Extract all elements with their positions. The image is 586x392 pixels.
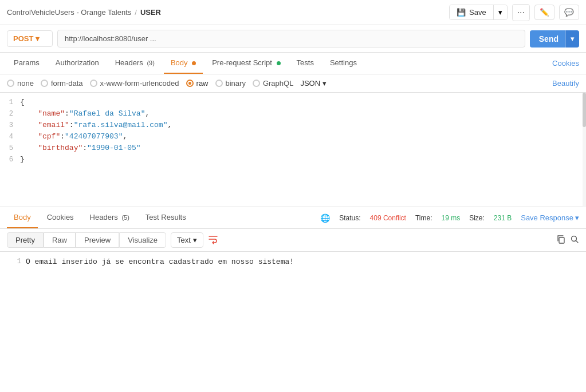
body-type-none[interactable]: none [7,79,34,88]
pencil-icon: ✏️ [540,8,549,17]
json-format-select[interactable]: JSON ▾ [300,79,327,88]
response-tabs-bar: Body Cookies Headers (5) Test Results 🌐 … [0,207,586,229]
body-type-binary[interactable]: binary [215,79,246,88]
line-content-1: { [20,98,586,106]
tab-body[interactable]: Body [164,53,203,74]
body-type-bar: none form-data x-www-form-urlencoded raw… [0,74,586,93]
graphql-radio[interactable] [253,80,260,87]
pre-request-dot [277,61,281,65]
json-chevron-icon: ▾ [323,79,327,88]
response-tab-cookies[interactable]: Cookies [40,207,81,228]
tab-settings[interactable]: Settings [323,53,364,74]
line-number-2: 2 [0,110,20,118]
line-number-1: 1 [0,98,20,106]
method-label: POST [13,34,33,43]
response-body-area: 1 O email inserido já se encontra cadast… [0,252,586,272]
save-button-group: 💾 Save ▾ [449,5,508,20]
response-tab-body[interactable]: Body [7,207,38,228]
code-line-6: 6 } [0,155,586,166]
tab-params-label: Params [14,58,40,67]
code-line-3: 3 "email":"rafa.silva@mail.com", [0,120,586,132]
binary-radio[interactable] [215,80,223,87]
view-tab-preview[interactable]: Preview [76,232,119,248]
copy-response-button[interactable] [556,235,565,246]
collection-name: ControlVehicleUsers - Orange Talents [7,8,131,17]
comment-icon-button[interactable]: 💬 [559,5,579,20]
url-input[interactable] [57,30,525,47]
view-tab-pretty[interactable]: Pretty [7,232,44,248]
tab-tests[interactable]: Tests [290,53,321,74]
tab-params[interactable]: Params [7,53,46,74]
save-response-label: Save Response [521,213,573,222]
save-button[interactable]: 💾 Save [450,5,493,19]
view-tab-pretty-label: Pretty [15,236,35,244]
response-tab-headers[interactable]: Headers (5) [83,207,136,228]
headers-badge: (9) [147,60,154,66]
line-number-4: 4 [0,133,20,141]
wrap-lines-icon[interactable] [208,234,218,246]
tab-settings-label: Settings [330,58,357,67]
breadcrumb-separator: / [135,8,137,17]
send-dropdown-button[interactable]: ▾ [565,30,579,47]
view-tab-visualize-label: Visualize [128,236,158,244]
json-format-label: JSON [300,79,320,88]
line-content-3: "email":"rafa.silva@mail.com", [20,121,586,129]
code-line-4: 4 "cpf":"42407077903", [0,132,586,143]
code-editor-area[interactable]: 1 { 2 "name":"Rafael da Silva", 3 "email… [0,93,586,207]
body-type-raw[interactable]: raw [186,79,209,88]
beautify-button[interactable]: Beautify [552,79,579,88]
text-format-label: Text [177,236,191,244]
response-line-number-1: 1 [7,258,21,266]
cookies-link[interactable]: Cookies [552,53,579,73]
tab-body-label: Body [171,58,188,67]
time-label: Time: [415,214,432,222]
response-tab-test-results-label: Test Results [145,213,186,221]
search-response-button[interactable] [570,235,579,246]
response-tab-test-results[interactable]: Test Results [139,207,193,228]
save-response-button[interactable]: Save Response ▾ [521,213,579,222]
size-label: Size: [469,214,485,222]
response-tab-body-label: Body [14,213,31,221]
raw-label: raw [196,79,209,88]
response-tab-headers-label: Headers [90,213,118,221]
view-tab-visualize[interactable]: Visualize [119,232,166,248]
view-tab-raw[interactable]: Raw [44,232,76,248]
status-label: Status: [339,214,360,222]
code-line-2: 2 "name":"Rafael da Silva", [0,109,586,120]
raw-radio[interactable] [186,80,194,87]
urlencoded-radio[interactable] [90,80,97,87]
globe-icon: 🌐 [320,213,330,223]
line-content-2: "name":"Rafael da Silva", [20,109,586,118]
text-chevron-icon: ▾ [193,236,197,244]
save-dropdown-button[interactable]: ▾ [493,5,507,19]
save-response-chevron-icon: ▾ [575,213,579,222]
comment-icon: 💬 [564,8,574,17]
tab-pre-request[interactable]: Pre-request Script [205,53,287,74]
form-data-label: form-data [51,79,83,88]
tab-headers[interactable]: Headers (9) [108,53,162,74]
body-active-dot [192,61,196,65]
method-selector[interactable]: POST ▾ [7,30,53,47]
view-tab-raw-label: Raw [52,236,67,244]
body-type-urlencoded[interactable]: x-www-form-urlencoded [90,79,179,88]
more-options-button[interactable]: ··· [512,4,530,21]
body-type-form-data[interactable]: form-data [41,79,83,88]
response-tab-cookies-label: Cookies [47,213,74,221]
body-type-graphql[interactable]: GraphQL [253,79,293,88]
send-button-group: Send ▾ [530,30,579,47]
form-data-radio[interactable] [41,80,48,87]
tab-authorization[interactable]: Authorization [49,53,106,74]
text-format-select[interactable]: Text ▾ [171,232,203,248]
editor-scrollbar[interactable] [583,93,586,207]
save-icon: 💾 [457,8,466,17]
response-action-icons [556,235,579,246]
none-radio[interactable] [7,80,14,87]
url-bar: POST ▾ Send ▾ [0,25,586,53]
view-tab-preview-label: Preview [84,236,111,244]
send-button[interactable]: Send [530,30,568,47]
send-label: Send [539,34,559,43]
response-status-info: 🌐 Status: 409 Conflict Time: 19 ms Size:… [320,213,579,223]
edit-icon-button[interactable]: ✏️ [534,5,554,20]
tab-pre-request-label: Pre-request Script [212,58,272,67]
editor-scroll-thumb [583,93,586,127]
